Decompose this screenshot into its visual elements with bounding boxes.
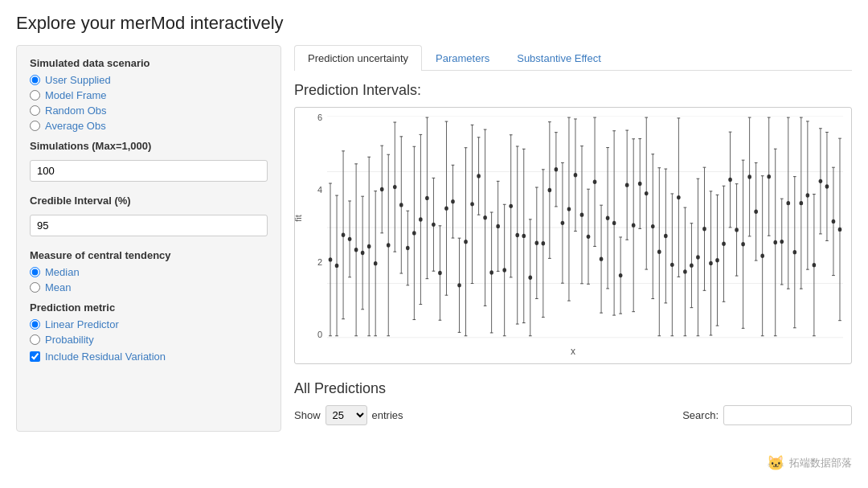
metric-linear[interactable]: Linear Predictor [30, 318, 268, 330]
tab-parameters[interactable]: Parameters [422, 45, 503, 71]
x-axis-label: x [295, 346, 851, 357]
svg-point-304 [806, 193, 810, 197]
svg-point-316 [825, 184, 829, 188]
metric-probability-label: Probability [45, 334, 94, 346]
y-axis: 6 4 2 0 [295, 108, 326, 339]
svg-point-32 [367, 244, 371, 248]
svg-point-12 [335, 264, 339, 268]
scenario-random-obs[interactable]: Random Obs [30, 105, 268, 117]
tab-prediction-uncertainty[interactable]: Prediction uncertainty [294, 45, 422, 71]
svg-point-48 [393, 185, 397, 189]
svg-point-252 [722, 242, 726, 246]
svg-point-68 [425, 196, 429, 200]
tendency-title: Measure of central tendency [30, 249, 268, 261]
svg-point-264 [741, 242, 745, 246]
svg-point-140 [542, 241, 546, 245]
svg-point-136 [535, 241, 539, 245]
scenario-title: Simulated data scenario [30, 57, 268, 69]
svg-point-260 [735, 228, 739, 232]
scenario-model-frame-label: Model Frame [45, 89, 107, 101]
svg-point-312 [819, 179, 823, 183]
svg-point-296 [793, 250, 797, 254]
scenario-user-supplied-label: User Supplied [45, 74, 111, 86]
svg-point-172 [593, 180, 597, 184]
checkbox-group: Include Residual Variation [30, 351, 268, 363]
svg-point-192 [625, 182, 629, 187]
predictions-title: All Predictions [294, 380, 852, 397]
main-panel: Prediction uncertainty Parameters Substa… [294, 45, 852, 432]
tendency-mean[interactable]: Mean [30, 281, 268, 293]
svg-point-168 [587, 235, 591, 239]
y-label-4: 4 [317, 185, 322, 195]
tab-bar: Prediction uncertainty Parameters Substa… [294, 45, 852, 71]
svg-point-120 [509, 204, 513, 208]
entries-label: entries [372, 409, 403, 421]
svg-point-56 [406, 246, 410, 250]
scenario-user-supplied[interactable]: User Supplied [30, 74, 268, 86]
tab-substantive-effect[interactable]: Substantive Effect [503, 45, 615, 71]
include-residual[interactable]: Include Residual Variation [30, 351, 268, 363]
tendency-median[interactable]: Median [30, 266, 268, 278]
scenario-model-frame[interactable]: Model Frame [30, 89, 268, 101]
svg-point-40 [380, 187, 384, 191]
y-label-6: 6 [317, 113, 322, 122]
svg-point-232 [690, 264, 694, 268]
svg-point-268 [747, 174, 751, 178]
svg-point-300 [800, 201, 804, 205]
svg-point-96 [470, 202, 474, 206]
svg-point-152 [561, 221, 565, 225]
svg-point-288 [780, 240, 784, 244]
svg-point-240 [702, 227, 706, 231]
svg-point-100 [477, 174, 481, 178]
svg-point-20 [348, 237, 352, 241]
show-label: Show [294, 409, 321, 421]
credible-interval-input[interactable] [30, 215, 268, 236]
scenario-random-obs-label: Random Obs [45, 105, 107, 117]
metric-probability[interactable]: Probability [30, 334, 268, 346]
chart-area: 6 4 2 0 fit x [294, 107, 852, 364]
svg-point-180 [606, 216, 610, 220]
svg-point-212 [657, 250, 661, 254]
search-input[interactable] [723, 405, 852, 425]
svg-point-112 [496, 224, 500, 228]
svg-point-44 [387, 243, 391, 247]
svg-point-308 [813, 263, 817, 267]
tendency-median-label: Median [45, 266, 80, 278]
tendency-radio-group: Median Mean [30, 266, 268, 293]
simulations-title: Simulations (Max=1,000) [30, 140, 268, 152]
svg-point-160 [574, 173, 578, 177]
svg-point-28 [361, 251, 365, 255]
metric-title: Prediction metric [30, 301, 268, 314]
scenario-average-obs[interactable]: Average Obs [30, 120, 268, 132]
svg-point-184 [612, 221, 616, 225]
svg-point-220 [670, 263, 674, 267]
svg-point-208 [651, 224, 655, 228]
svg-point-76 [438, 271, 442, 275]
svg-point-156 [567, 207, 571, 211]
svg-point-124 [515, 233, 519, 237]
scenario-average-obs-label: Average Obs [45, 120, 106, 132]
svg-point-324 [838, 228, 842, 232]
table-controls: Show 10 25 50 100 entries Search: [294, 405, 852, 425]
simulations-input[interactable] [30, 160, 268, 182]
show-select[interactable]: 10 25 50 100 [326, 405, 367, 425]
svg-point-284 [773, 240, 777, 244]
svg-point-236 [696, 255, 700, 259]
svg-point-116 [502, 268, 506, 272]
predictions-section: All Predictions Show 10 25 50 100 entrie… [294, 380, 852, 425]
svg-point-228 [683, 269, 687, 273]
svg-point-16 [342, 233, 346, 237]
svg-point-204 [645, 191, 649, 195]
svg-point-132 [528, 276, 532, 280]
tendency-mean-label: Mean [45, 281, 72, 293]
svg-point-256 [728, 178, 732, 182]
y-label-0: 0 [317, 330, 322, 339]
include-residual-label: Include Residual Variation [45, 351, 166, 363]
svg-point-272 [754, 210, 758, 214]
svg-point-128 [522, 234, 526, 238]
svg-point-200 [638, 182, 642, 186]
svg-point-292 [786, 201, 790, 205]
prediction-intervals-chart [327, 116, 843, 339]
svg-point-276 [760, 254, 764, 258]
svg-point-224 [677, 195, 681, 199]
